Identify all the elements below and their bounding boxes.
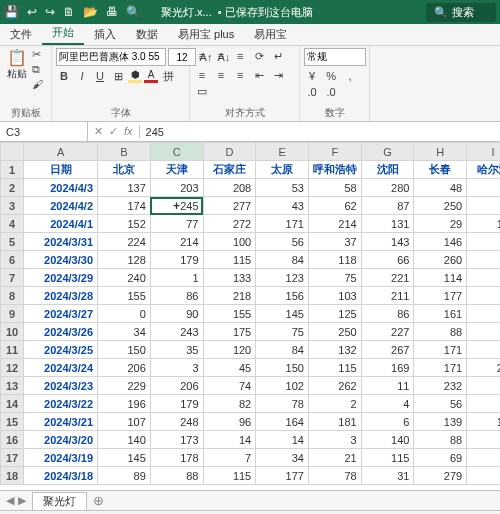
cell[interactable]: 169 (361, 359, 414, 377)
cell-date[interactable]: 2024/3/25 (24, 341, 98, 359)
cell[interactable]: 84 (256, 341, 309, 359)
cell[interactable]: 206 (98, 359, 151, 377)
cell[interactable]: 280 (361, 179, 414, 197)
row-header-10[interactable]: 10 (1, 323, 24, 341)
cell[interactable]: 48 (414, 179, 467, 197)
cell[interactable]: 7 (203, 449, 256, 467)
cell-date[interactable]: 2024/3/23 (24, 377, 98, 395)
cell[interactable]: 27 (467, 377, 500, 395)
format-painter-icon[interactable]: 🖌 (32, 78, 43, 90)
sheet-tab[interactable]: 聚光灯 (32, 492, 87, 510)
inc-decimal-icon[interactable]: .0 (304, 84, 320, 100)
cell[interactable]: 88 (414, 431, 467, 449)
cell-date[interactable]: 2024/3/29 (24, 269, 98, 287)
cell[interactable]: 227 (361, 323, 414, 341)
cell[interactable]: 128 (98, 251, 151, 269)
cell[interactable]: 115 (361, 449, 414, 467)
tab-4[interactable]: 易用宝 plus (168, 24, 244, 45)
cell[interactable]: 115 (203, 251, 256, 269)
cell[interactable]: 107 (98, 413, 151, 431)
font-name-select[interactable] (56, 48, 166, 66)
cell[interactable]: 214 (150, 233, 203, 251)
header-cell[interactable]: 天津 (150, 161, 203, 179)
cell-date[interactable]: 2024/3/28 (24, 287, 98, 305)
row-header-13[interactable]: 13 (1, 377, 24, 395)
cell[interactable]: 3 (150, 359, 203, 377)
spreadsheet-grid[interactable]: ABCDEFGHI1日期北京天津石家庄太原呼和浩特沈阳长春哈尔滨22024/4/… (0, 142, 500, 490)
cell[interactable]: 14 (203, 431, 256, 449)
currency-icon[interactable]: ¥ (304, 68, 320, 84)
undo-icon[interactable]: ↩ (27, 5, 37, 19)
cell[interactable]: 161 (414, 305, 467, 323)
underline-button[interactable]: U (92, 68, 108, 84)
cell[interactable]: 43 (256, 197, 309, 215)
cell[interactable]: 19 (467, 305, 500, 323)
cell[interactable]: 229 (98, 377, 151, 395)
percent-icon[interactable]: % (323, 68, 339, 84)
preview-icon[interactable]: 🔍 (126, 5, 141, 19)
cell[interactable]: 145 (98, 449, 151, 467)
cell[interactable]: 0 (98, 305, 151, 323)
cell[interactable]: 21 (308, 449, 361, 467)
number-format-select[interactable] (304, 48, 366, 66)
cell[interactable]: 243 (150, 323, 203, 341)
save-icon[interactable]: 💾 (4, 5, 19, 19)
cell[interactable]: 179 (150, 395, 203, 413)
cell-date[interactable]: 2024/3/21 (24, 413, 98, 431)
cell[interactable]: 140 (361, 431, 414, 449)
cell[interactable]: 272 (203, 215, 256, 233)
cell[interactable]: 245 (150, 197, 203, 215)
cell[interactable]: 155 (98, 287, 151, 305)
row-header-18[interactable]: 18 (1, 467, 24, 485)
header-cell[interactable]: 北京 (98, 161, 151, 179)
cell[interactable] (467, 449, 500, 467)
cell[interactable]: 118 (308, 251, 361, 269)
bold-button[interactable]: B (56, 68, 72, 84)
cell[interactable]: 62 (308, 197, 361, 215)
formula-input[interactable]: 245 (140, 126, 500, 138)
cell[interactable]: 96 (203, 413, 256, 431)
sheet-nav-next-icon[interactable]: ▶ (18, 494, 26, 507)
cell[interactable]: 177 (414, 287, 467, 305)
cell[interactable]: 56 (414, 395, 467, 413)
cell[interactable]: 145 (256, 305, 309, 323)
cell[interactable]: 133 (203, 269, 256, 287)
cell[interactable]: 34 (256, 449, 309, 467)
enter-icon[interactable]: ✓ (109, 125, 118, 138)
cell[interactable]: 248 (150, 413, 203, 431)
row-header-4[interactable]: 4 (1, 215, 24, 233)
row-header-1[interactable]: 1 (1, 161, 24, 179)
add-sheet-button[interactable]: ⊕ (87, 493, 110, 508)
header-cell[interactable]: 沈阳 (361, 161, 414, 179)
open-icon[interactable]: 📂 (83, 5, 98, 19)
cell[interactable]: 37 (308, 233, 361, 251)
cell[interactable]: 1 (150, 269, 203, 287)
align-middle-icon[interactable]: ≡ (213, 48, 229, 64)
row-header-11[interactable]: 11 (1, 341, 24, 359)
cell[interactable]: 11 (361, 377, 414, 395)
cell[interactable]: 139 (414, 413, 467, 431)
row-header-8[interactable]: 8 (1, 287, 24, 305)
cell[interactable]: 118 (467, 413, 500, 431)
cell-date[interactable]: 2024/3/19 (24, 449, 98, 467)
cell-date[interactable]: 2024/3/30 (24, 251, 98, 269)
cell-date[interactable]: 2024/3/20 (24, 431, 98, 449)
cell[interactable]: 75 (308, 269, 361, 287)
cell[interactable]: 56 (256, 233, 309, 251)
cell-date[interactable]: 2024/4/1 (24, 215, 98, 233)
cell[interactable]: 267 (361, 341, 414, 359)
cell[interactable]: 150 (256, 359, 309, 377)
cell[interactable] (467, 251, 500, 269)
cell[interactable]: 102 (256, 377, 309, 395)
fx-icon[interactable]: fx (124, 125, 133, 138)
header-cell[interactable]: 日期 (24, 161, 98, 179)
cell[interactable]: 87 (361, 197, 414, 215)
cell[interactable]: 152 (98, 215, 151, 233)
cell[interactable] (467, 467, 500, 485)
cell[interactable]: 218 (203, 287, 256, 305)
cell[interactable]: 78 (308, 467, 361, 485)
cell[interactable]: 196 (98, 395, 151, 413)
header-cell[interactable]: 太原 (256, 161, 309, 179)
cell[interactable]: 214 (308, 215, 361, 233)
select-all-cell[interactable] (1, 143, 24, 161)
